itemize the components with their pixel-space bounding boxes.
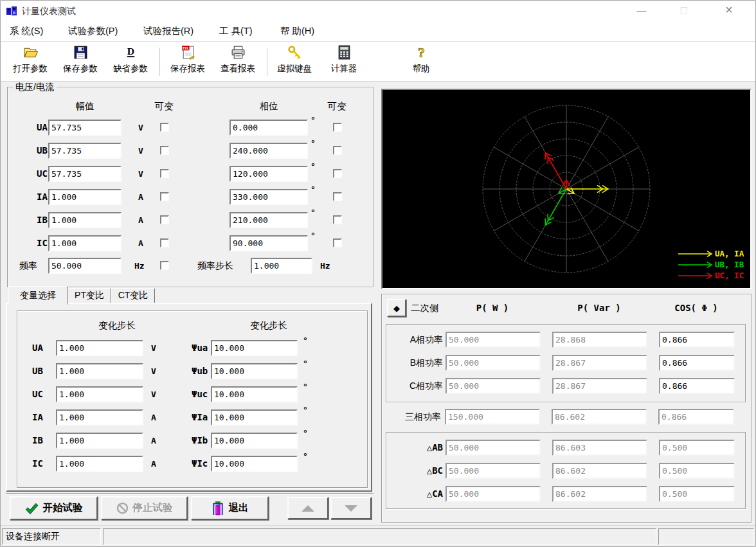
row-label: IB bbox=[37, 215, 48, 225]
row-label: C相功率 bbox=[393, 381, 443, 392]
view-report-button[interactable]: 查看报表 bbox=[213, 44, 263, 79]
psi-step-field[interactable] bbox=[211, 409, 298, 426]
psi-step-field[interactable] bbox=[211, 386, 298, 402]
device-status-panel: 设备连接断开 bbox=[2, 528, 101, 545]
frequency-field[interactable] bbox=[48, 258, 122, 274]
psi-step-field[interactable] bbox=[211, 340, 298, 356]
source-row: IA A ° bbox=[8, 189, 373, 205]
frequency-step-field[interactable] bbox=[251, 258, 312, 274]
menu-test-params[interactable]: 试验参数(P) bbox=[68, 21, 118, 40]
menu-help[interactable]: 帮 助(H) bbox=[280, 21, 314, 40]
step-row: IA A ΨIa ° bbox=[17, 409, 367, 426]
scroll-up-button[interactable] bbox=[287, 497, 328, 519]
phase-variable-checkbox[interactable] bbox=[333, 192, 342, 201]
phase-field[interactable] bbox=[230, 212, 308, 228]
amplitude-field[interactable] bbox=[48, 189, 122, 205]
menu-bar: 系 统(S) 试验参数(P) 试验报告(R) 工 具(T) 帮 助(H) bbox=[1, 21, 755, 42]
phase-field[interactable] bbox=[230, 143, 308, 159]
phase-field[interactable] bbox=[230, 120, 308, 136]
unit-label: Hz bbox=[134, 261, 145, 271]
phase-column-header: 相位 bbox=[230, 100, 308, 112]
unit-label: V bbox=[138, 123, 143, 132]
stop-icon bbox=[116, 502, 129, 514]
row-label: IB bbox=[32, 435, 43, 445]
menu-test-report[interactable]: 试验报告(R) bbox=[143, 21, 194, 40]
phase-field[interactable] bbox=[230, 166, 308, 182]
row-label: △AB bbox=[397, 442, 443, 453]
phase-variable-checkbox[interactable] bbox=[333, 123, 342, 132]
active-power-field bbox=[446, 440, 541, 456]
psi-step-field[interactable] bbox=[211, 363, 298, 379]
save-params-button[interactable]: 保存参数 bbox=[55, 44, 105, 79]
step-field[interactable] bbox=[56, 409, 143, 426]
phase-field[interactable] bbox=[230, 189, 308, 205]
step-field[interactable] bbox=[56, 456, 143, 472]
phase-variable-checkbox[interactable] bbox=[333, 215, 342, 224]
reactive-power-field bbox=[552, 332, 647, 348]
exit-button[interactable]: 退出 bbox=[191, 496, 269, 520]
psi-label: ΨIc bbox=[192, 458, 208, 469]
device-status-text: 设备连接断开 bbox=[6, 531, 60, 541]
tab-variable-select[interactable]: 变量选择 bbox=[8, 286, 68, 305]
toolbar-separator bbox=[267, 48, 268, 76]
save-report-button[interactable]: EXL 保存报表 bbox=[163, 44, 213, 79]
psi-step-field[interactable] bbox=[211, 433, 298, 449]
scroll-down-button[interactable] bbox=[330, 497, 372, 519]
amplitude-field[interactable] bbox=[48, 235, 122, 251]
phase-variable-checkbox[interactable] bbox=[333, 146, 342, 155]
amplitude-field[interactable] bbox=[48, 166, 122, 182]
power-factor-field bbox=[659, 486, 735, 502]
virtual-keyboard-button[interactable]: 虚拟键盘 bbox=[269, 44, 320, 79]
phase-variable-checkbox[interactable] bbox=[333, 238, 342, 247]
power-factor-field bbox=[659, 440, 735, 456]
amplitude-field[interactable] bbox=[48, 120, 122, 136]
start-test-button[interactable]: 开始试验 bbox=[10, 496, 98, 520]
amplitude-field[interactable] bbox=[48, 143, 122, 159]
result-row: △CA bbox=[386, 486, 745, 502]
degree-label: ° bbox=[303, 382, 308, 391]
svg-text:D: D bbox=[127, 46, 134, 57]
row-label: UB bbox=[32, 366, 43, 376]
secondary-side-button[interactable]: ◆ bbox=[387, 299, 406, 317]
help-icon: ? bbox=[413, 44, 429, 60]
help-button[interactable]: ? 帮助 bbox=[396, 44, 446, 79]
stop-test-button[interactable]: 停止试验 bbox=[101, 496, 188, 520]
frequency-variable-checkbox[interactable] bbox=[160, 261, 169, 270]
amplitude-field[interactable] bbox=[48, 212, 122, 228]
menu-system[interactable]: 系 统(S) bbox=[10, 21, 43, 40]
menu-tools[interactable]: 工 具(T) bbox=[219, 21, 253, 40]
amplitude-variable-checkbox[interactable] bbox=[160, 146, 169, 155]
phase-field[interactable] bbox=[230, 235, 308, 251]
calculator-button[interactable]: 计算器 bbox=[319, 44, 369, 79]
amplitude-variable-checkbox[interactable] bbox=[160, 123, 169, 132]
close-button[interactable]: ✕ bbox=[714, 1, 744, 21]
unit-label: A bbox=[151, 413, 156, 422]
phase-variable-checkbox[interactable] bbox=[333, 169, 342, 178]
psi-step-field[interactable] bbox=[211, 456, 298, 472]
minimize-button[interactable]: — bbox=[627, 1, 656, 21]
active-power-field bbox=[445, 409, 540, 425]
row-label: UA bbox=[32, 343, 43, 353]
step-field[interactable] bbox=[56, 340, 143, 356]
amplitude-variable-checkbox[interactable] bbox=[160, 238, 169, 247]
default-params-button[interactable]: D 缺省参数 bbox=[105, 44, 156, 79]
step-field[interactable] bbox=[56, 433, 143, 449]
amplitude-variable-checkbox[interactable] bbox=[160, 215, 169, 224]
power-factor-field bbox=[659, 355, 735, 371]
diamond-icon: ◆ bbox=[393, 303, 400, 313]
line-power-groupbox: △AB △BC △CA bbox=[386, 432, 746, 509]
maximize-button[interactable]: □ bbox=[669, 1, 699, 21]
power-factor-field bbox=[659, 463, 735, 479]
step-field[interactable] bbox=[56, 363, 143, 379]
row-label: UA bbox=[37, 122, 48, 132]
amplitude-variable-checkbox[interactable] bbox=[160, 192, 169, 201]
degree-label: ° bbox=[303, 336, 308, 345]
amplitude-variable-checkbox[interactable] bbox=[160, 169, 169, 178]
step-field[interactable] bbox=[56, 386, 143, 402]
start-test-label: 开始试验 bbox=[43, 501, 83, 515]
result-row: C相功率 bbox=[386, 378, 745, 394]
tab-ct-ratio[interactable]: CT变比 bbox=[111, 288, 155, 304]
tab-pt-ratio[interactable]: PT变比 bbox=[68, 288, 111, 304]
open-params-button[interactable]: 打开参数 bbox=[5, 44, 55, 79]
title-bar: 计量仪表测试 — □ ✕ bbox=[1, 1, 755, 21]
